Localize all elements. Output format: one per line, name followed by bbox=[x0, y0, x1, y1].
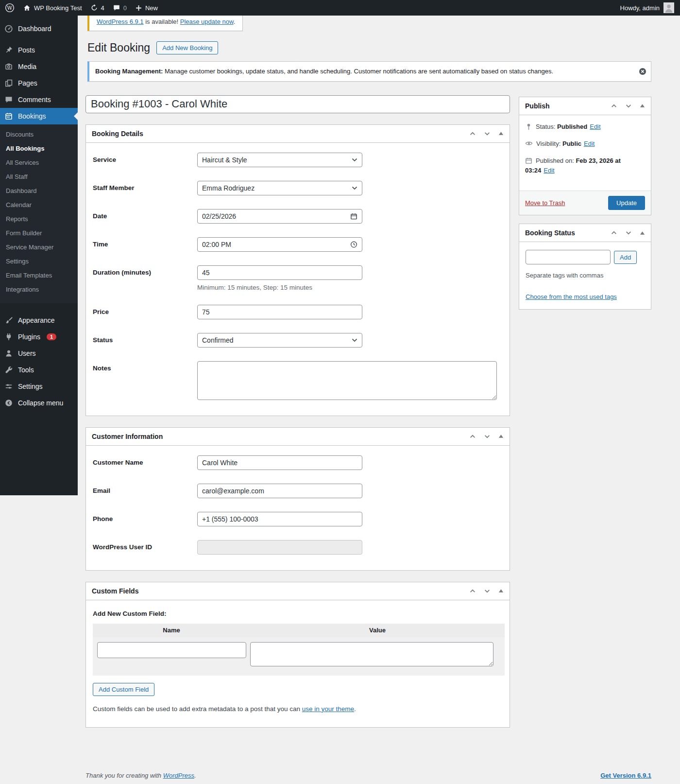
email-input[interactable] bbox=[197, 484, 362, 498]
value-column-header: Value bbox=[250, 627, 505, 634]
custom-fields-header[interactable]: Custom Fields bbox=[86, 582, 510, 600]
updates-menu[interactable]: 4 bbox=[90, 4, 104, 12]
edit-visibility-link[interactable]: Edit bbox=[584, 140, 595, 147]
edit-published-link[interactable]: Edit bbox=[544, 167, 554, 174]
wordpress-version-link[interactable]: WordPress 6.9.1 bbox=[97, 18, 144, 25]
custom-fields-table-row bbox=[93, 637, 505, 676]
notes-textarea[interactable] bbox=[197, 361, 497, 400]
please-update-link[interactable]: Please update now bbox=[180, 18, 234, 25]
sidebar-item-label: Bookings bbox=[18, 112, 46, 120]
service-select[interactable]: Haircut & Style bbox=[197, 153, 362, 167]
add-new-custom-field-label: Add New Custom Field: bbox=[93, 610, 503, 617]
toggle-panel-icon[interactable] bbox=[498, 588, 504, 593]
booking-status-header[interactable]: Booking Status bbox=[519, 224, 651, 242]
site-name-menu[interactable]: WP Booking Test bbox=[23, 4, 82, 12]
sidebar-item-tools[interactable]: Tools bbox=[0, 362, 78, 378]
custom-field-name-input[interactable] bbox=[97, 642, 246, 658]
sidebar-item-appearance[interactable]: Appearance bbox=[0, 312, 78, 329]
sidebar-item-comments[interactable]: Comments bbox=[0, 91, 78, 108]
users-icon bbox=[4, 349, 14, 358]
wordpress-link[interactable]: WordPress bbox=[163, 772, 194, 779]
date-field bbox=[197, 209, 362, 224]
date-input[interactable] bbox=[197, 209, 362, 224]
footer-version: Get Version 6.9.1 bbox=[600, 772, 651, 779]
publish-body: Status: PublishedEdit Visibility: Public… bbox=[519, 115, 651, 191]
publish-header[interactable]: Publish bbox=[519, 97, 651, 115]
booking-details-header[interactable]: Booking Details bbox=[86, 125, 510, 143]
submenu-item-all-bookings[interactable]: All Bookings bbox=[0, 141, 78, 156]
price-input[interactable] bbox=[197, 305, 362, 319]
time-input[interactable] bbox=[197, 237, 362, 252]
new-menu[interactable]: New bbox=[135, 4, 158, 12]
comments-menu[interactable]: 0 bbox=[113, 4, 127, 12]
submenu-item-reports[interactable]: Reports bbox=[0, 212, 78, 226]
order-up-icon[interactable] bbox=[469, 130, 476, 137]
sidebar-item-dashboard[interactable]: Dashboard bbox=[0, 20, 78, 37]
order-up-icon[interactable] bbox=[611, 103, 617, 109]
most-used-tags-link[interactable]: Choose from the most used tags bbox=[526, 293, 617, 300]
email-label: Email bbox=[93, 484, 197, 494]
visibility-value: Public bbox=[562, 140, 581, 147]
add-new-booking-button[interactable]: Add New Booking bbox=[156, 41, 218, 54]
sidebar-item-pages[interactable]: Pages bbox=[0, 75, 78, 91]
submenu-item-calendar[interactable]: Calendar bbox=[0, 198, 78, 212]
use-in-theme-link[interactable]: use in your theme bbox=[302, 705, 354, 713]
sidebar-item-collapse-menu[interactable]: Collapse menu bbox=[0, 395, 78, 411]
get-version-link[interactable]: Get Version 6.9.1 bbox=[600, 772, 651, 779]
custom-field-value-textarea[interactable] bbox=[250, 642, 493, 666]
admin-bar-right[interactable]: Howdy, admin bbox=[620, 2, 674, 13]
sidebar-item-posts[interactable]: Posts bbox=[0, 42, 78, 58]
edit-status-link[interactable]: Edit bbox=[590, 123, 600, 130]
update-button[interactable]: Update bbox=[608, 196, 645, 210]
customer-info-header[interactable]: Customer Information bbox=[86, 428, 510, 446]
submenu-item-discounts[interactable]: Discounts bbox=[0, 127, 78, 141]
submenu-item-integrations[interactable]: Integrations bbox=[0, 282, 78, 296]
staff-select[interactable]: Emma Rodriguez bbox=[197, 181, 362, 195]
dismiss-notice-icon[interactable] bbox=[639, 68, 646, 75]
sidebar-item-bookings[interactable]: Bookings bbox=[0, 108, 78, 124]
metabox-controls bbox=[469, 588, 504, 594]
sidebar-item-users[interactable]: Users bbox=[0, 345, 78, 362]
add-tag-button[interactable]: Add bbox=[614, 251, 637, 264]
duration-input[interactable] bbox=[197, 265, 362, 280]
new-label: New bbox=[145, 4, 158, 12]
sidebar-item-settings[interactable]: Settings bbox=[0, 378, 78, 395]
howdy-text: Howdy, admin bbox=[620, 4, 660, 12]
submenu-item-service-manager[interactable]: Service Manager bbox=[0, 240, 78, 254]
email-row: Email bbox=[93, 484, 503, 498]
sidebar-item-plugins[interactable]: Plugins 1 bbox=[0, 329, 78, 345]
order-up-icon[interactable] bbox=[469, 588, 476, 594]
order-down-icon[interactable] bbox=[625, 229, 632, 236]
submenu-item-dashboard[interactable]: Dashboard bbox=[0, 184, 78, 198]
submenu-item-email-templates[interactable]: Email Templates bbox=[0, 268, 78, 282]
update-nag-period: . bbox=[234, 18, 236, 25]
edit-form-columns: Booking Details Service Haircut & Style bbox=[85, 95, 651, 728]
toggle-panel-icon[interactable] bbox=[498, 131, 504, 136]
toggle-panel-icon[interactable] bbox=[640, 103, 645, 108]
order-up-icon[interactable] bbox=[469, 433, 476, 440]
move-to-trash-link[interactable]: Move to Trash bbox=[525, 199, 565, 207]
status-value: Confirmed bbox=[202, 336, 234, 344]
customer-name-input[interactable] bbox=[197, 455, 362, 470]
update-count: 4 bbox=[101, 4, 104, 12]
published-on-label: Published on: bbox=[536, 157, 574, 164]
add-custom-field-button[interactable]: Add Custom Field bbox=[93, 683, 154, 696]
submenu-item-settings[interactable]: Settings bbox=[0, 254, 78, 268]
status-select[interactable]: Confirmed bbox=[197, 333, 362, 348]
booking-title-input[interactable] bbox=[85, 95, 510, 113]
order-up-icon[interactable] bbox=[611, 229, 617, 236]
metabox-title: Booking Status bbox=[525, 229, 575, 237]
toggle-panel-icon[interactable] bbox=[498, 434, 504, 439]
submenu-item-form-builder[interactable]: Form Builder bbox=[0, 226, 78, 240]
submenu-item-all-staff[interactable]: All Staff bbox=[0, 170, 78, 184]
order-down-icon[interactable] bbox=[484, 433, 491, 440]
order-down-icon[interactable] bbox=[625, 103, 632, 109]
phone-input[interactable] bbox=[197, 512, 362, 526]
toggle-panel-icon[interactable] bbox=[640, 230, 645, 236]
sidebar-item-media[interactable]: Media bbox=[0, 58, 78, 75]
order-down-icon[interactable] bbox=[484, 588, 491, 594]
order-down-icon[interactable] bbox=[484, 130, 491, 137]
wordpress-logo-icon[interactable]: W bbox=[5, 3, 15, 13]
submenu-item-all-services[interactable]: All Services bbox=[0, 156, 78, 170]
new-tag-input[interactable] bbox=[526, 250, 611, 264]
